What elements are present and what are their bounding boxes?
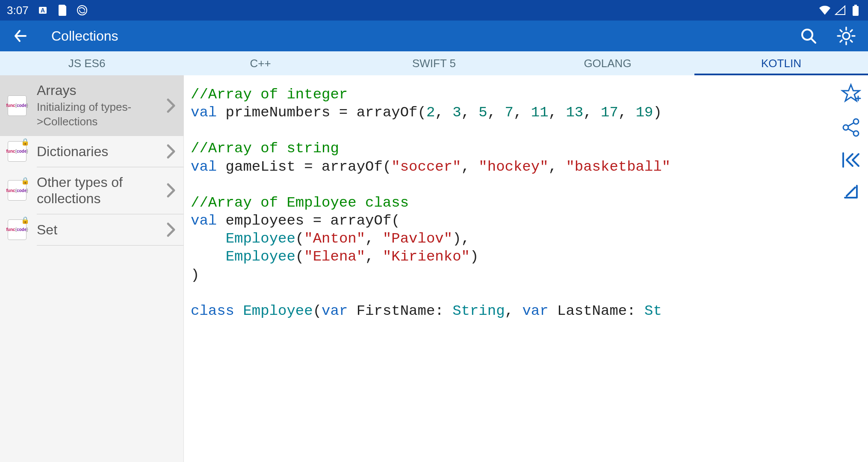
sidebar: func{code}ArraysInitializing of types->C… xyxy=(0,75,184,462)
chevron-right-icon xyxy=(165,97,176,114)
language-tabs: JS ES6C++SWIFT 5GOLANGKOTLIN xyxy=(0,51,868,75)
svg-point-8 xyxy=(843,125,848,130)
tab-js-es6[interactable]: JS ES6 xyxy=(0,51,174,75)
lock-icon: 🔒 xyxy=(21,216,30,224)
code-content: //Array of integer val primeNumbers = ar… xyxy=(191,86,861,320)
svg-rect-3 xyxy=(853,6,859,16)
sidebar-item-dictionaries[interactable]: func{code}🔒Dictionaries xyxy=(37,136,183,167)
search-button[interactable] xyxy=(800,27,818,45)
wifi-icon xyxy=(819,5,830,16)
shrink-button[interactable] xyxy=(842,183,859,200)
cellular-icon xyxy=(835,5,846,16)
status-bar: 3:07 A xyxy=(0,0,868,21)
code-pane[interactable]: //Array of integer val primeNumbers = ar… xyxy=(184,75,868,462)
sd-card-icon xyxy=(57,5,68,16)
sidebar-item-title: Other types of collections xyxy=(37,174,162,207)
back-button[interactable] xyxy=(12,27,29,44)
svg-text:A: A xyxy=(41,7,45,14)
chevron-right-icon xyxy=(165,143,176,160)
tab-kotlin[interactable]: KOTLIN xyxy=(694,51,868,75)
svg-rect-4 xyxy=(854,5,857,6)
tab-golang[interactable]: GOLANG xyxy=(521,51,694,75)
func-code-icon: func{code}🔒 xyxy=(8,141,27,162)
sidebar-item-subtitle: Initializing of types->Collections xyxy=(37,100,162,129)
chevron-right-icon xyxy=(165,182,176,199)
app-bar: Collections xyxy=(0,21,868,51)
svg-point-2 xyxy=(77,6,87,15)
keyboard-icon: A xyxy=(37,5,48,16)
sidebar-item-title: Dictionaries xyxy=(37,143,162,160)
lock-icon: 🔒 xyxy=(21,177,30,185)
func-code-icon: func{code}🔒 xyxy=(8,180,27,201)
tab-c-[interactable]: C++ xyxy=(174,51,347,75)
sidebar-item-title: Set xyxy=(37,222,162,238)
clock: 3:07 xyxy=(7,4,29,17)
svg-point-7 xyxy=(853,119,859,124)
favorite-button[interactable] xyxy=(841,83,861,104)
sidebar-item-title: Arrays xyxy=(37,82,162,98)
sidebar-item-arrays[interactable]: func{code}ArraysInitializing of types->C… xyxy=(0,75,183,136)
sync-off-icon xyxy=(77,5,88,16)
chevron-right-icon xyxy=(165,221,176,238)
battery-icon xyxy=(850,5,861,16)
func-code-icon: func{code}🔒 xyxy=(8,219,27,240)
page-title: Collections xyxy=(51,28,118,44)
svg-point-9 xyxy=(853,131,859,136)
share-button[interactable] xyxy=(841,118,860,137)
func-code-icon: func{code} xyxy=(8,95,27,116)
lock-icon: 🔒 xyxy=(21,138,30,146)
sidebar-item-other-types-of-collections[interactable]: func{code}🔒Other types of collections xyxy=(37,167,183,214)
collapse-sidebar-button[interactable] xyxy=(841,151,860,169)
svg-point-6 xyxy=(843,33,850,39)
tab-swift-5[interactable]: SWIFT 5 xyxy=(347,51,521,75)
settings-button[interactable] xyxy=(836,26,856,46)
sidebar-item-set[interactable]: func{code}🔒Set xyxy=(37,214,183,246)
